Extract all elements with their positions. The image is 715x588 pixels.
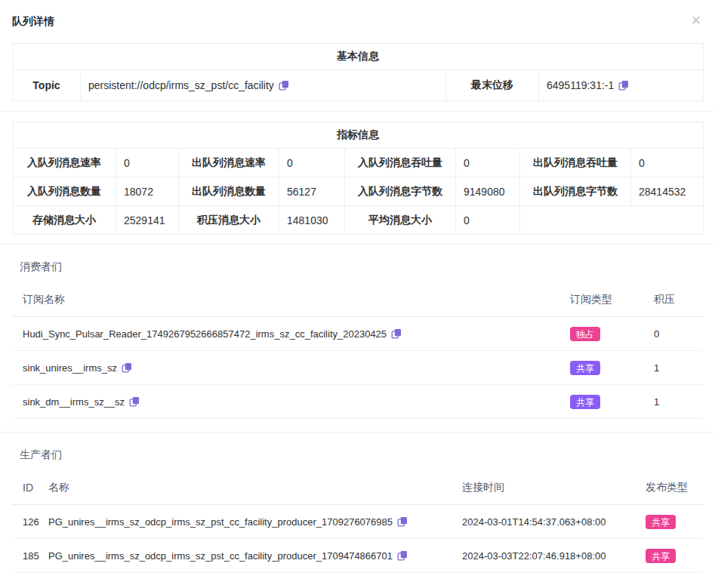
- table-row: 185 PG_unires__irms_sz_odcp_irms_sz_pst_…: [12, 539, 703, 573]
- column-header-id: ID: [12, 482, 48, 494]
- metric-value: 2529141: [116, 206, 179, 235]
- producers-section-title: 生产者们: [20, 448, 703, 460]
- copy-icon[interactable]: [397, 550, 408, 561]
- status-badge: 共享: [570, 361, 600, 375]
- metric-value: 0: [456, 149, 520, 177]
- consumers-table-header: 订阅名称 订阅类型 积压: [12, 272, 703, 317]
- backlog-value: 1: [646, 396, 703, 408]
- last-offset-value-cell: 6495119:31:-1: [539, 70, 704, 101]
- publish-type-cell: 共享: [638, 549, 703, 563]
- producer-connect-time: 2024-03-01T14:54:37.063+08:00: [462, 516, 638, 528]
- metric-value: 28414532: [631, 177, 704, 206]
- metric-label: 积压消息大小: [179, 206, 279, 235]
- subscription-name-cell: sink_unires__irms_sz: [12, 362, 562, 374]
- copy-icon[interactable]: [397, 516, 408, 527]
- subscription-name: sink_dm__irms_sz__sz: [23, 396, 125, 408]
- metric-value: 0: [456, 206, 520, 235]
- subscription-name: sink_unires__irms_sz: [23, 362, 117, 374]
- consumers-section-title: 消费者们: [20, 260, 703, 272]
- metric-label: 平均消息大小: [345, 206, 456, 235]
- copy-icon[interactable]: [618, 80, 629, 91]
- status-badge: 共享: [646, 549, 676, 563]
- subscription-name-cell: sink_dm__irms_sz__sz: [12, 396, 562, 408]
- copy-icon[interactable]: [279, 80, 289, 91]
- metric-label: 出队列消息速率: [179, 149, 279, 177]
- table-row: sink_dm__irms_sz__sz 共享 1: [12, 385, 703, 419]
- metrics-section-title: 指标信息: [13, 122, 704, 149]
- metrics-table: 指标信息 入队列消息速率 0 出队列消息速率 0 入队列消息吞吐量 0 出队列消…: [12, 122, 704, 235]
- last-offset-value: 6495119:31:-1: [547, 79, 614, 91]
- producer-id: 185: [12, 550, 48, 562]
- empty-cell: [520, 206, 704, 235]
- metric-value: 0: [279, 149, 345, 177]
- metric-label: 存储消息大小: [13, 206, 116, 235]
- backlog-value: 0: [646, 328, 703, 340]
- column-header-publish-type: 发布类型: [638, 481, 703, 494]
- copy-icon[interactable]: [129, 396, 140, 407]
- metric-label: 入队列消息字节数: [345, 177, 456, 206]
- column-header-backlog: 积压: [646, 293, 703, 306]
- metric-label: 出队列消息吞吐量: [520, 149, 631, 177]
- column-header-name: 名称: [48, 481, 462, 494]
- producer-name-cell: PG_unires__irms_sz_odcp_irms_sz_pst_cc_f…: [48, 550, 462, 562]
- column-header-connect-time: 连接时间: [462, 481, 638, 494]
- producer-name: PG_unires__irms_sz_odcp_irms_sz_pst_cc_f…: [48, 516, 393, 528]
- producers-table-header: ID 名称 连接时间 发布类型: [12, 460, 703, 505]
- metric-value: 0: [116, 149, 179, 177]
- basic-info-table: 基本信息 Topic persistent://odcp/irms_sz_pst…: [12, 43, 704, 101]
- subscription-name: Hudi_Sync_Pulsar_Reader_1749267952666857…: [23, 328, 387, 340]
- divider: [0, 244, 715, 245]
- consumers-section: 消费者们 订阅名称 订阅类型 积压 Hudi_Sync_Pulsar_Reade…: [12, 260, 703, 419]
- subscription-type-cell: 共享: [562, 361, 646, 375]
- divider: [0, 111, 715, 112]
- producers-section: 生产者们 ID 名称 连接时间 发布类型 126 PG_unires__irms…: [12, 448, 703, 573]
- topic-label: Topic: [13, 70, 81, 101]
- metric-value: 0: [631, 149, 704, 177]
- status-badge: 独占: [570, 327, 600, 341]
- table-row: 126 PG_unires__irms_sz_odcp_irms_sz_pst_…: [12, 505, 703, 539]
- producer-name: PG_unires__irms_sz_odcp_irms_sz_pst_cc_f…: [48, 550, 393, 562]
- basic-info-section-title: 基本信息: [13, 44, 704, 70]
- topic-value-cell: persistent://odcp/irms_sz_pst/cc_facilit…: [81, 70, 446, 101]
- dialog-header: 队列详情 ✕: [0, 0, 715, 27]
- metric-value: 18072: [116, 177, 179, 206]
- subscription-type-cell: 独占: [562, 327, 646, 341]
- close-icon[interactable]: ✕: [689, 15, 703, 27]
- publish-type-cell: 共享: [638, 515, 703, 529]
- metric-value: 9149080: [456, 177, 520, 206]
- table-row: sink_unires__irms_sz 共享 1: [12, 351, 703, 385]
- table-row: 存储消息大小 2529141 积压消息大小 1481030 平均消息大小 0: [13, 206, 704, 235]
- column-header-subscription-name: 订阅名称: [12, 293, 562, 306]
- table-row: Topic persistent://odcp/irms_sz_pst/cc_f…: [13, 70, 704, 101]
- backlog-value: 1: [646, 362, 703, 374]
- metric-label: 入队列消息数量: [13, 177, 116, 206]
- column-header-subscription-type: 订阅类型: [562, 293, 646, 306]
- metric-label: 入队列消息吞吐量: [345, 149, 456, 177]
- page-title: 队列详情: [12, 15, 54, 27]
- table-row: 入队列消息速率 0 出队列消息速率 0 入队列消息吞吐量 0 出队列消息吞吐量 …: [13, 149, 704, 177]
- divider: [0, 432, 715, 433]
- last-offset-label: 最末位移: [446, 70, 539, 101]
- status-badge: 共享: [646, 515, 676, 529]
- metric-label: 入队列消息速率: [13, 149, 116, 177]
- copy-icon[interactable]: [122, 362, 132, 373]
- table-row: 入队列消息数量 18072 出队列消息数量 56127 入队列消息字节数 914…: [13, 177, 704, 206]
- metric-value: 56127: [279, 177, 345, 206]
- table-row: Hudi_Sync_Pulsar_Reader_1749267952666857…: [12, 317, 703, 351]
- subscription-type-cell: 共享: [562, 395, 646, 409]
- subscription-name-cell: Hudi_Sync_Pulsar_Reader_1749267952666857…: [12, 328, 562, 340]
- producer-id: 126: [12, 516, 48, 528]
- metric-value: 1481030: [279, 206, 345, 235]
- status-badge: 共享: [570, 395, 600, 409]
- topic-value: persistent://odcp/irms_sz_pst/cc_facilit…: [88, 79, 274, 91]
- metric-label: 出队列消息字节数: [520, 177, 631, 206]
- producer-connect-time: 2024-03-03T22:07:46.918+08:00: [462, 550, 638, 562]
- producer-name-cell: PG_unires__irms_sz_odcp_irms_sz_pst_cc_f…: [48, 516, 462, 528]
- copy-icon[interactable]: [391, 328, 402, 339]
- metric-label: 出队列消息数量: [179, 177, 279, 206]
